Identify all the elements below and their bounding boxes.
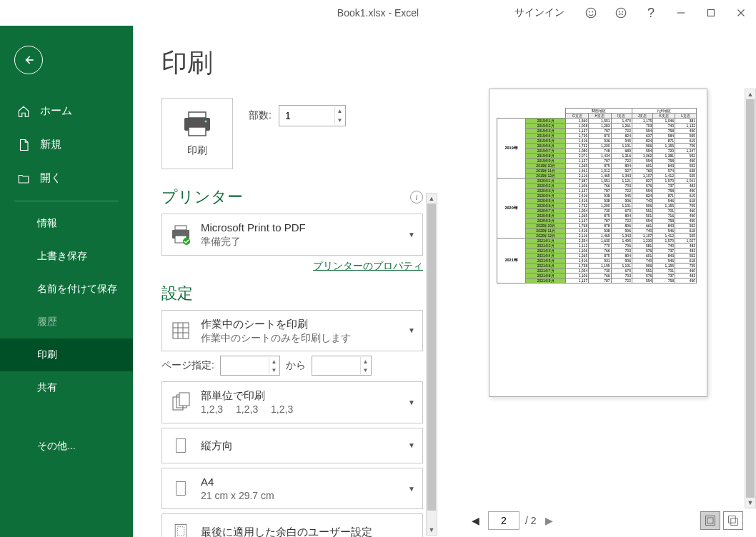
scroll-up-icon[interactable]: ▲ — [745, 89, 755, 99]
current-page-input[interactable] — [488, 511, 519, 530]
sidebar-item-print[interactable]: 印刷 — [0, 338, 133, 371]
settings-scrollbar[interactable]: ▲ ▼ — [426, 193, 437, 536]
sidebar-item-history[interactable]: 履歴 — [0, 306, 133, 338]
svg-point-3 — [616, 8, 626, 18]
orientation-dropdown[interactable]: 縦方向 ▼ — [161, 428, 423, 463]
paper-size-dropdown[interactable]: A421 cm x 29.7 cm ▼ — [161, 468, 423, 510]
smile-icon[interactable] — [576, 0, 606, 26]
show-margins-button[interactable] — [700, 511, 720, 530]
backstage-sidebar: ホーム 新規 開く 情報 上書き保存 名前を付けて保存 履歴 印刷 共有 その他… — [0, 26, 133, 537]
sidebar-item-open[interactable]: 開く — [0, 161, 133, 195]
page-title: 印刷 — [161, 46, 423, 81]
frown-icon[interactable] — [606, 0, 636, 26]
sidebar-item-new[interactable]: 新規 — [0, 128, 133, 161]
sidebar-item-info[interactable]: 情報 — [0, 207, 133, 240]
close-button[interactable] — [726, 0, 756, 26]
signin-link[interactable]: サインイン — [514, 6, 564, 19]
svg-rect-31 — [706, 516, 715, 526]
scroll-down-icon[interactable]: ▼ — [427, 525, 437, 535]
svg-point-14 — [205, 121, 207, 123]
page-total: / 2 — [525, 515, 537, 526]
svg-point-2 — [592, 11, 593, 12]
sidebar-item-other[interactable]: その他... — [0, 430, 133, 463]
chevron-down-icon: ▼ — [408, 441, 415, 449]
paper-icon — [169, 477, 192, 500]
page-from-input[interactable]: ▲▼ — [220, 356, 280, 376]
svg-rect-7 — [708, 10, 715, 16]
chevron-down-icon: ▼ — [408, 398, 415, 406]
print-settings-pane: 印刷 印刷 部数: 1 ▲▼ プリンター i — [133, 26, 440, 537]
scroll-thumb[interactable] — [427, 204, 436, 511]
svg-rect-11 — [189, 112, 206, 118]
maximize-button[interactable] — [696, 0, 726, 26]
back-button[interactable] — [14, 46, 43, 74]
print-scope-dropdown[interactable]: 作業中のシートを印刷作業中のシートのみを印刷します ▼ — [161, 310, 423, 352]
printer-properties-link[interactable]: プリンターのプロパティ — [313, 260, 423, 271]
prev-page-button[interactable]: ◀ — [469, 513, 482, 528]
page-navigator: ◀ / 2 ▶ — [469, 511, 556, 530]
help-icon[interactable]: ? — [636, 0, 666, 26]
svg-point-0 — [586, 8, 596, 18]
print-button[interactable]: 印刷 — [161, 98, 233, 169]
spinner-down-icon[interactable]: ▼ — [334, 116, 344, 125]
svg-rect-34 — [731, 518, 738, 526]
svg-rect-15 — [175, 226, 186, 230]
chevron-down-icon: ▼ — [408, 231, 415, 239]
svg-rect-29 — [175, 525, 186, 537]
spinner-up-icon[interactable]: ▲ — [334, 106, 344, 116]
scroll-up-icon[interactable]: ▲ — [427, 194, 437, 204]
svg-rect-28 — [176, 482, 186, 496]
sidebar-item-share[interactable]: 共有 — [0, 371, 133, 404]
sidebar-item-save[interactable]: 上書き保存 — [0, 240, 133, 273]
collate-icon — [169, 391, 192, 413]
titlebar: Book1.xlsx - Excel サインイン ? — [0, 0, 756, 26]
svg-rect-32 — [707, 518, 713, 523]
chevron-down-icon: ▼ — [408, 326, 415, 334]
svg-point-1 — [589, 11, 590, 12]
scroll-down-icon[interactable]: ▼ — [745, 498, 755, 508]
minimize-button[interactable] — [666, 0, 696, 26]
chevron-down-icon: ▼ — [408, 485, 415, 493]
svg-rect-27 — [176, 438, 186, 452]
svg-rect-26 — [179, 393, 189, 406]
copies-label: 部数: — [249, 109, 272, 122]
sidebar-item-home[interactable]: ホーム — [0, 94, 133, 128]
sheet-icon — [169, 319, 192, 342]
portrait-icon — [169, 434, 192, 457]
copies-input[interactable]: 1 ▲▼ — [279, 105, 346, 126]
settings-heading: 設定 — [161, 283, 423, 304]
svg-rect-19 — [173, 323, 189, 338]
zoom-page-button[interactable] — [723, 511, 743, 530]
preview-scrollbar[interactable]: ▲ ▼ — [745, 89, 756, 508]
svg-rect-13 — [189, 127, 206, 136]
info-icon[interactable]: i — [410, 191, 423, 204]
next-page-button[interactable]: ▶ — [542, 513, 556, 528]
svg-point-4 — [619, 11, 620, 12]
page-preview: 関西地区九州地区G支店H支店I支店J支店K支店L支店2019年2019年1月1,… — [489, 89, 707, 397]
svg-point-5 — [622, 11, 623, 12]
svg-rect-30 — [177, 527, 184, 536]
print-preview-pane: 関西地区九州地区G支店H支店I支店J支店K支店L支店2019年2019年1月1,… — [440, 26, 756, 537]
collate-dropdown[interactable]: 部単位で印刷1,2,3 1,2,3 1,2,3 ▼ — [161, 381, 423, 423]
sidebar-item-saveas[interactable]: 名前を付けて保存 — [0, 273, 133, 306]
scroll-thumb[interactable] — [746, 99, 755, 498]
printer-heading: プリンター i — [161, 186, 423, 208]
printer-dropdown[interactable]: Microsoft Print to PDF準備完了 ▼ — [161, 214, 423, 256]
margins-icon — [169, 520, 192, 537]
svg-rect-33 — [729, 516, 736, 523]
page-to-input[interactable]: ▲▼ — [312, 356, 372, 376]
printer-icon — [169, 223, 192, 246]
window-title: Book1.xlsx - Excel — [337, 7, 419, 19]
page-range-label: ページ指定: — [161, 359, 214, 372]
margins-dropdown[interactable]: 最後に適用した余白のユーザー設定 — [161, 513, 423, 537]
page-range-to-label: から — [286, 359, 306, 372]
sidebar-divider — [14, 201, 119, 201]
